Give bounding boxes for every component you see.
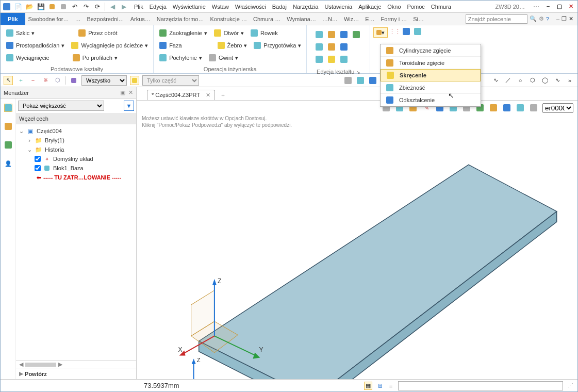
- menu-właściwości[interactable]: Właściwości: [232, 3, 269, 11]
- window-minimize-button[interactable]: –: [556, 16, 559, 22]
- dropdown-item[interactable]: Cylindryczne zgięcie: [381, 44, 481, 57]
- menu-aplikacje[interactable]: Aplikacje: [355, 3, 384, 11]
- ribbon-tab[interactable]: …: [72, 15, 84, 23]
- tree-rollback-marker[interactable]: ⬅----- TU ZATR…LOWANIE -----: [16, 173, 136, 182]
- edit-icon-9[interactable]: [326, 54, 337, 64]
- tree-node-solids[interactable]: 📁Bryły(1): [16, 136, 136, 145]
- vtool-12[interactable]: [529, 103, 538, 112]
- tree-node-root[interactable]: ▣Część004: [16, 126, 136, 136]
- dropdown-item[interactable]: Skręcenie: [381, 69, 481, 81]
- nav-right-icon[interactable]: ▶: [120, 3, 128, 11]
- button-po-profilach[interactable]: Po profilach▾: [72, 54, 118, 62]
- button-przygotowka[interactable]: Przygotówka▾: [253, 41, 301, 50]
- qicon-11[interactable]: ∿: [491, 76, 500, 85]
- filter-combo[interactable]: Pokaż większość: [18, 101, 104, 111]
- open-folder-icon[interactable]: 📂: [25, 3, 34, 11]
- ribbon-tab[interactable]: Wiz…: [341, 15, 362, 23]
- button-pochylenie[interactable]: Pochylenie▾: [159, 54, 202, 62]
- window-close-button[interactable]: ✕: [569, 15, 573, 22]
- ribbon-tab[interactable]: Chmura …: [250, 15, 284, 23]
- close-button[interactable]: ✕: [566, 3, 575, 10]
- button-wyciagniecie-po-sciezce[interactable]: Wyciągnięcie po ścieżce▾: [71, 41, 148, 50]
- save-icon[interactable]: 💾: [37, 3, 45, 11]
- pattern-icon[interactable]: [414, 27, 422, 36]
- filter-icon[interactable]: ▼: [124, 101, 134, 111]
- redo-icon[interactable]: ↷: [82, 3, 90, 11]
- plus-icon[interactable]: ＋: [16, 76, 25, 85]
- ribbon-tab[interactable]: …N…: [319, 15, 341, 23]
- qicon-15[interactable]: ◯: [540, 76, 550, 85]
- edit-icon-8[interactable]: [314, 54, 324, 64]
- new-file-icon[interactable]: 📄: [14, 3, 22, 11]
- ribbon-tab[interactable]: Si…: [410, 15, 427, 23]
- grid-icon[interactable]: ⋮⋮: [391, 27, 399, 36]
- tree-node-default-csys[interactable]: ⌖Domyślny układ: [16, 154, 136, 164]
- status-input[interactable]: [398, 381, 563, 390]
- undo-icon[interactable]: ↶: [71, 3, 79, 11]
- menu-chmura[interactable]: Chmura: [428, 3, 454, 11]
- minus-icon[interactable]: −: [28, 76, 38, 85]
- qicon-more[interactable]: »: [565, 76, 574, 85]
- repeat-panel[interactable]: ▶ Powtórz: [16, 368, 136, 379]
- minimize-button[interactable]: –: [543, 3, 553, 10]
- save-all-icon[interactable]: [48, 3, 56, 11]
- csys-checkbox[interactable]: [35, 156, 41, 162]
- ribbon-tab[interactable]: Narzędzia formo…: [154, 15, 207, 23]
- ribbon-tab[interactable]: E…: [362, 15, 377, 23]
- maximize-button[interactable]: ▢: [555, 3, 564, 10]
- vtool-9[interactable]: [489, 103, 498, 112]
- status-icon-2[interactable]: 🖥: [375, 382, 384, 390]
- edit-icon-6[interactable]: [326, 42, 337, 52]
- qicon-16[interactable]: ∿: [553, 76, 562, 85]
- menu-wstaw[interactable]: Wstaw: [209, 3, 232, 11]
- menu-okno[interactable]: Okno: [384, 3, 404, 11]
- menu-plik[interactable]: Plik: [131, 3, 146, 11]
- user-icon[interactable]: 👤: [4, 159, 12, 168]
- button-faza[interactable]: Faza: [159, 41, 181, 50]
- button-zaokraglenie[interactable]: Zaokrąglenie▾: [159, 29, 207, 37]
- nav-left-icon[interactable]: ◀: [108, 3, 117, 11]
- document-tab-close-icon[interactable]: ✕: [206, 92, 210, 98]
- button-wyciagniecie[interactable]: Wyciągnięcie: [6, 54, 49, 62]
- feature-tree[interactable]: ▣Część004 📁Bryły(1) 📁Historia ⌖Domyślny …: [16, 124, 136, 361]
- panel-close-icon[interactable]: ✕: [128, 89, 133, 96]
- dropdown-item[interactable]: Zbieżność: [381, 81, 481, 94]
- ribbon-tab[interactable]: Swobodne for…: [25, 15, 72, 23]
- refresh-icon[interactable]: ⟳: [93, 3, 102, 11]
- menu-pomoc[interactable]: Pomoc: [404, 3, 428, 11]
- status-icon-3[interactable]: ≡: [387, 382, 395, 390]
- edit-icon-10[interactable]: [339, 54, 349, 64]
- qicon-14[interactable]: ⬡: [528, 76, 537, 85]
- vtool-10[interactable]: [502, 103, 511, 112]
- flex-icon-button[interactable]: ▾: [373, 27, 388, 38]
- layer-select[interactable]: er0000: [542, 103, 573, 113]
- menu-narzędzia[interactable]: Narzędzia: [290, 3, 322, 11]
- layer-icon[interactable]: [69, 76, 78, 85]
- gear-icon[interactable]: ⚙: [539, 15, 544, 22]
- button-przez-obrot[interactable]: Przez obrót: [78, 29, 117, 37]
- menu-wyświetlanie[interactable]: Wyświetlanie: [170, 3, 209, 11]
- history-view-icon[interactable]: [4, 104, 12, 112]
- new-tab-button[interactable]: ＋: [217, 90, 229, 100]
- ribbon-tab[interactable]: Konstrukcje …: [207, 15, 250, 23]
- print-icon[interactable]: [59, 3, 68, 11]
- search-input[interactable]: [466, 14, 527, 24]
- button-otwor[interactable]: Otwór▾: [213, 29, 244, 37]
- vtool-11[interactable]: [516, 103, 525, 112]
- ribbon-tab[interactable]: Wymiana…: [284, 15, 319, 23]
- qicon-3[interactable]: [368, 76, 377, 85]
- ribbon-tab[interactable]: Bezpośredni…: [84, 15, 127, 23]
- star-icon[interactable]: ※: [41, 76, 50, 85]
- selection-filter-combo[interactable]: Wszystko: [81, 75, 127, 86]
- dropdown-item[interactable]: Odkształcenie: [381, 94, 481, 106]
- qicon-12[interactable]: ／: [503, 76, 513, 85]
- hexagon-icon[interactable]: ⬡: [53, 76, 62, 85]
- 3d-canvas[interactable]: Z X Y Z X Y: [137, 128, 577, 379]
- options-icon[interactable]: ⋯: [532, 3, 540, 11]
- search-icon[interactable]: 🔍: [530, 15, 537, 22]
- block-checkbox[interactable]: [35, 165, 41, 171]
- ribbon-tab[interactable]: Formy i …: [378, 15, 410, 23]
- document-tab[interactable]: * Część004.Z3PRT ✕: [147, 90, 215, 100]
- view3-icon[interactable]: [4, 141, 12, 149]
- status-icon-1[interactable]: ▦: [364, 382, 372, 390]
